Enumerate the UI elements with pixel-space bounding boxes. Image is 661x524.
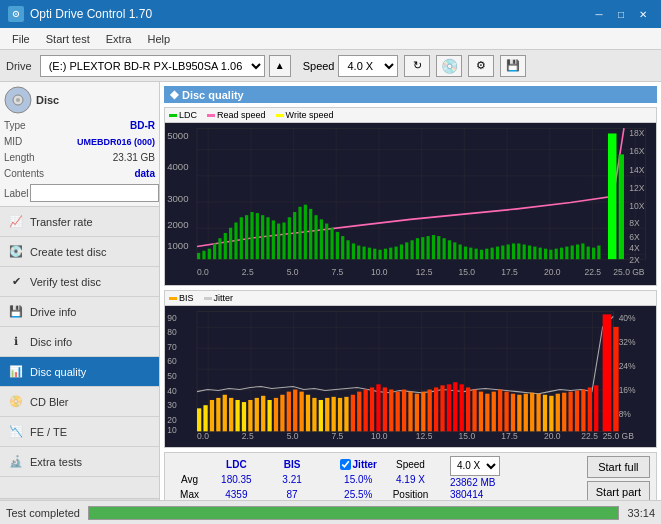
svg-rect-147 <box>274 398 278 431</box>
svg-rect-49 <box>298 207 301 259</box>
legend-bis-dot <box>169 297 177 300</box>
nav-extra-tests[interactable]: 🔬 Extra tests <box>0 447 159 477</box>
nav-fe-te[interactable]: 📉 FE / TE <box>0 417 159 447</box>
svg-rect-86 <box>496 247 499 260</box>
svg-rect-156 <box>332 397 336 431</box>
chart1-canvas: 5000 4000 3000 2000 1000 18X 16X 14X 12X… <box>165 123 656 280</box>
svg-rect-149 <box>287 392 291 432</box>
svg-rect-51 <box>309 209 312 259</box>
svg-text:22.5: 22.5 <box>581 431 598 441</box>
speed-select[interactable]: 4.0 X <box>338 55 398 77</box>
eject-button[interactable]: ▲ <box>269 55 291 77</box>
disc-contents-key: Contents <box>4 166 44 182</box>
svg-rect-175 <box>453 382 457 431</box>
verify-disc-icon: ✔ <box>8 274 24 290</box>
action-buttons: Start full Start part <box>587 456 650 503</box>
legend-write-speed-label: Write speed <box>286 110 334 120</box>
settings-button[interactable]: ⚙ <box>468 55 494 77</box>
col-ldc: LDC <box>208 458 265 471</box>
disc-quality-title-icon: ◆ <box>170 88 178 101</box>
svg-text:1000: 1000 <box>167 240 188 251</box>
save-button[interactable]: 💾 <box>500 55 526 77</box>
svg-rect-32 <box>208 249 211 259</box>
svg-text:2000: 2000 <box>167 219 188 230</box>
disc-mid-val: UMEBDR016 (000) <box>77 134 155 150</box>
svg-rect-65 <box>384 249 387 259</box>
svg-text:12X: 12X <box>629 183 645 193</box>
svg-rect-143 <box>248 400 252 431</box>
svg-rect-145 <box>261 396 265 432</box>
svg-rect-178 <box>472 390 476 432</box>
refresh-button[interactable]: ↻ <box>404 55 430 77</box>
max-ldc: 4359 <box>208 488 265 501</box>
svg-text:60: 60 <box>167 357 177 367</box>
avg-bis: 3.21 <box>267 473 318 486</box>
svg-rect-30 <box>197 253 200 259</box>
svg-rect-58 <box>346 240 349 259</box>
start-full-button[interactable]: Start full <box>587 456 650 478</box>
window-controls: ─ □ ✕ <box>589 6 653 22</box>
menu-start-test[interactable]: Start test <box>38 31 98 47</box>
nav-drive-info-label: Drive info <box>30 306 76 318</box>
svg-rect-68 <box>400 244 403 259</box>
svg-rect-171 <box>428 390 432 432</box>
svg-rect-142 <box>242 402 246 431</box>
nav-drive-info[interactable]: 💾 Drive info <box>0 297 159 327</box>
title-bar: ⊙ Opti Drive Control 1.70 ─ □ ✕ <box>0 0 661 28</box>
svg-text:25.0 GB: 25.0 GB <box>603 431 635 441</box>
svg-rect-196 <box>588 388 592 432</box>
menu-file[interactable]: File <box>4 31 38 47</box>
disc-mid-key: MID <box>4 134 22 150</box>
svg-rect-168 <box>408 392 412 432</box>
nav-transfer-rate[interactable]: 📈 Transfer rate <box>0 207 159 237</box>
samples-val: 380414 <box>450 489 483 500</box>
jitter-checkbox[interactable] <box>340 459 351 470</box>
svg-rect-136 <box>203 405 207 431</box>
menu-extra[interactable]: Extra <box>98 31 140 47</box>
nav-disc-info[interactable]: ℹ Disc info <box>0 327 159 357</box>
disc-label-input[interactable] <box>30 184 159 202</box>
svg-rect-88 <box>507 244 510 259</box>
svg-text:10X: 10X <box>629 201 645 211</box>
svg-rect-138 <box>216 398 220 431</box>
chart1-section: LDC Read speed Write speed <box>164 107 657 286</box>
svg-rect-137 <box>210 400 214 431</box>
disc-length-key: Length <box>4 150 35 166</box>
svg-text:10.0: 10.0 <box>371 267 388 277</box>
disc-button[interactable]: 💿 <box>436 55 462 77</box>
maximize-button[interactable]: □ <box>611 6 631 22</box>
speed-select-stats[interactable]: 4.0 X <box>450 456 500 476</box>
svg-rect-36 <box>229 228 232 259</box>
svg-rect-54 <box>325 224 328 260</box>
svg-text:0.0: 0.0 <box>197 431 209 441</box>
menu-help[interactable]: Help <box>139 31 178 47</box>
chart1-legend: LDC Read speed Write speed <box>165 108 656 123</box>
legend-read-speed-dot <box>207 114 215 117</box>
svg-rect-176 <box>460 384 464 431</box>
svg-text:90: 90 <box>167 313 177 323</box>
drive-select[interactable]: (E:) PLEXTOR BD-R PX-LB950SA 1.06 <box>40 55 265 77</box>
svg-text:12.5: 12.5 <box>416 267 433 277</box>
svg-text:18X: 18X <box>629 128 645 138</box>
nav-cd-bler[interactable]: 📀 CD Bler <box>0 387 159 417</box>
svg-rect-172 <box>434 388 438 432</box>
svg-rect-50 <box>304 205 307 259</box>
close-button[interactable]: ✕ <box>633 6 653 22</box>
position-val: 23862 MB <box>450 477 496 488</box>
avg-speed: 4.19 X <box>385 473 436 486</box>
nav-verify-test-disc[interactable]: ✔ Verify test disc <box>0 267 159 297</box>
svg-text:5.0: 5.0 <box>287 267 299 277</box>
svg-text:17.5: 17.5 <box>501 431 518 441</box>
nav-create-test-disc[interactable]: 💽 Create test disc <box>0 237 159 267</box>
nav-disc-quality[interactable]: 📊 Disc quality <box>0 357 159 387</box>
app-title: Opti Drive Control 1.70 <box>30 7 589 21</box>
svg-rect-61 <box>362 247 365 260</box>
svg-text:4000: 4000 <box>167 161 188 172</box>
avg-ldc: 180.35 <box>208 473 265 486</box>
legend-write-speed: Write speed <box>276 110 334 120</box>
minimize-button[interactable]: ─ <box>589 6 609 22</box>
svg-rect-43 <box>266 217 269 259</box>
svg-text:2.5: 2.5 <box>242 431 254 441</box>
disc-quality-panel: ◆ Disc quality LDC Read speed <box>160 82 661 524</box>
svg-text:40%: 40% <box>619 313 637 323</box>
